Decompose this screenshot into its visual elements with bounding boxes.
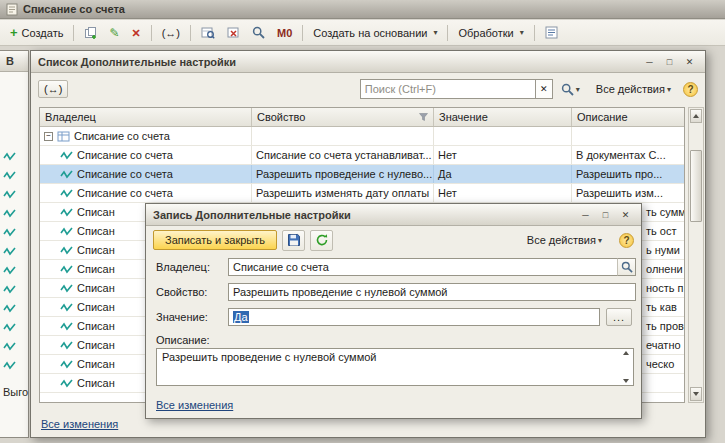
scroll-down-button[interactable]: [690, 387, 702, 401]
property-icon: [3, 303, 16, 314]
vertical-scrollbar[interactable]: [688, 107, 704, 403]
processing-button[interactable]: Обработки ▾: [452, 23, 529, 43]
background-window-titlebar: В: [0, 51, 28, 72]
property-icon: [60, 264, 73, 275]
record-window: Запись Дополнительные настройки ─ □ ✕ За…: [145, 203, 642, 419]
table-row[interactable]: Списание со счета Разрешить изменять дат…: [40, 184, 684, 203]
property-icon: [60, 150, 73, 161]
chevron-down-icon: ▾: [576, 85, 580, 94]
all-changes-link[interactable]: Все изменения: [156, 399, 233, 411]
value-choose-button[interactable]: ...: [606, 308, 632, 326]
owner-text: Списан: [77, 244, 115, 256]
create-on-basis-button[interactable]: Создать на основании ▾: [307, 23, 443, 43]
help-button[interactable]: ?: [683, 82, 698, 97]
all-actions-button[interactable]: Все действия ▾: [523, 232, 606, 248]
column-header-property[interactable]: Свойство: [252, 108, 434, 126]
close-button[interactable]: ✕: [681, 54, 698, 69]
search-icon: [252, 26, 265, 39]
record-window-titlebar[interactable]: Запись Дополнительные настройки ─ □ ✕: [146, 204, 641, 226]
owner-field-label: Владелец:: [156, 261, 210, 273]
copy-button[interactable]: [78, 22, 103, 43]
description-text: ть ост: [646, 225, 676, 237]
description-textarea[interactable]: Разрешить проведение с нулевой суммой: [156, 348, 634, 386]
help-button[interactable]: ?: [619, 233, 634, 248]
list-window-title: Список Дополнительные настройки: [38, 56, 236, 68]
scrollbar-thumb[interactable]: [690, 150, 702, 222]
search-icon: [561, 83, 574, 96]
maximize-button[interactable]: □: [597, 207, 614, 222]
create-button[interactable]: + Создать: [4, 23, 69, 43]
description-text: олнени: [646, 263, 683, 275]
toolbar-separator: [151, 25, 152, 41]
property-icon: [60, 245, 73, 256]
property-icon: [60, 226, 73, 237]
cell-owner: − Списание со счета: [40, 127, 252, 145]
value-field[interactable]: Да: [228, 308, 600, 326]
filter-icon[interactable]: [419, 113, 428, 121]
owner-field[interactable]: Списание со счета: [228, 258, 618, 276]
description-text: ть сумм: [646, 206, 684, 218]
report-button[interactable]: [539, 22, 564, 43]
create-on-basis-label: Создать на основании: [313, 27, 427, 39]
property-field[interactable]: Разрешить проведение с нулевой суммой: [228, 283, 636, 301]
textarea-scrollbar[interactable]: [620, 351, 631, 383]
description-text: ть прове: [646, 320, 684, 332]
delete-button[interactable]: ✕: [125, 24, 146, 42]
property-text: Разрешить изменять дату оплаты: [256, 187, 429, 199]
maximize-button[interactable]: □: [661, 54, 678, 69]
value-text: Нет: [438, 187, 457, 199]
cancel-search-button[interactable]: [221, 22, 246, 43]
description-text: ность п: [646, 282, 683, 294]
save-and-close-button[interactable]: Записать и закрыть: [153, 230, 277, 250]
table-row-selected[interactable]: Списание со счета Разрешить проведение с…: [40, 165, 684, 184]
app-titlebar[interactable]: Списание со счета: [0, 0, 725, 19]
record-command-bar: Записать и закрыть Все действия ▾ ?: [146, 226, 641, 254]
owner-text: Списан: [77, 225, 115, 237]
owner-text: Списание со счета: [77, 168, 173, 180]
column-header-description[interactable]: Описание: [572, 108, 684, 126]
property-icon: [3, 227, 16, 238]
description-text: ть кав: [646, 301, 677, 313]
table-row[interactable]: Списание со счета Списание со счета уста…: [40, 146, 684, 165]
description-text: ечатно: [646, 339, 681, 351]
find-in-list-button[interactable]: [195, 22, 221, 43]
app-title: Списание со счета: [23, 3, 125, 15]
collapse-icon[interactable]: −: [44, 132, 53, 141]
background-window-title-fragment: В: [6, 55, 14, 67]
scroll-up-button[interactable]: [690, 109, 702, 123]
reread-button[interactable]: [310, 230, 333, 251]
delete-icon: ✕: [131, 28, 140, 38]
minimize-button[interactable]: ─: [641, 54, 658, 69]
application-window: Списание со счета + Создать ✎ ✕ (↔): [0, 0, 725, 443]
search-input[interactable]: [360, 79, 536, 99]
list-toolbar: (↔) ✕ ▾ Все действия ▾ ?: [31, 73, 705, 105]
column-header-owner[interactable]: Владелец: [40, 108, 252, 126]
period-icon: (↔): [162, 27, 180, 39]
set-period-button[interactable]: (↔): [38, 80, 68, 98]
property-icon: [3, 284, 16, 295]
cancel-search-icon: [227, 26, 240, 39]
cell-description: В документах С...: [572, 146, 684, 164]
create-button-label: Создать: [22, 27, 64, 39]
cell-property: [252, 127, 434, 145]
clear-search-button[interactable]: ✕: [536, 79, 553, 99]
group-label: Списание со счета: [74, 130, 170, 142]
all-actions-label: Все действия: [596, 83, 665, 95]
set-period-button[interactable]: (↔): [156, 23, 186, 43]
edit-button[interactable]: ✎: [103, 24, 125, 42]
close-button[interactable]: ✕: [617, 207, 634, 222]
search-options-button[interactable]: ▾: [558, 81, 583, 98]
list-window-titlebar[interactable]: Список Дополнительные настройки ─ □ ✕: [31, 51, 705, 73]
column-header-value[interactable]: Значение: [434, 108, 572, 126]
minimize-button[interactable]: ─: [577, 207, 594, 222]
search-button[interactable]: [246, 22, 271, 43]
table-group-row[interactable]: − Списание со счета: [40, 127, 684, 146]
property-icon: [3, 189, 16, 200]
property-icon: [3, 360, 16, 371]
owner-lookup-button[interactable]: [617, 258, 636, 276]
document-movements-button[interactable]: M0: [271, 23, 298, 43]
property-icon: [60, 169, 73, 180]
save-button[interactable]: [282, 230, 305, 251]
all-changes-link[interactable]: Все изменения: [41, 418, 118, 430]
all-actions-button[interactable]: Все действия ▾: [592, 81, 675, 97]
